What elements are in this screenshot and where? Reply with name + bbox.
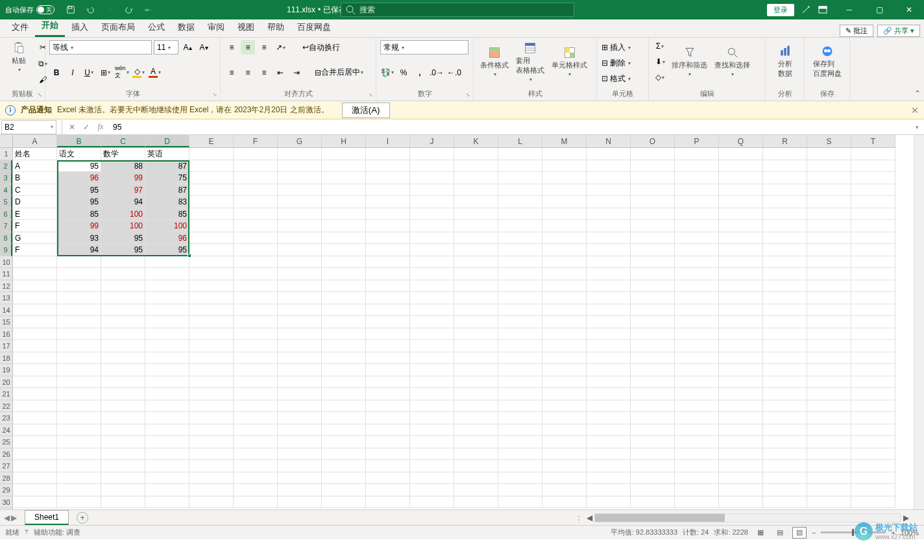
cell-O17[interactable] (631, 340, 675, 352)
cell-D5[interactable]: 83 (145, 196, 189, 208)
cell-N9[interactable] (587, 244, 631, 256)
cell-O18[interactable] (631, 352, 675, 365)
cell-K21[interactable] (454, 388, 498, 400)
cell-P13[interactable] (675, 292, 719, 304)
cell-N16[interactable] (587, 328, 631, 341)
cell-Q12[interactable] (719, 280, 763, 293)
cell-Q28[interactable] (719, 472, 763, 485)
autosum-icon[interactable]: Σ (653, 39, 667, 53)
col-header-F[interactable]: F (234, 135, 278, 147)
cell-F4[interactable] (234, 184, 278, 197)
cell-A2[interactable]: A (13, 160, 57, 173)
cell-F7[interactable] (234, 220, 278, 232)
cell-O10[interactable] (631, 256, 675, 269)
cell-J25[interactable] (410, 436, 454, 448)
cell-J17[interactable] (410, 340, 454, 352)
cell-N30[interactable] (587, 496, 631, 509)
cell-F22[interactable] (234, 400, 278, 413)
cell-H20[interactable] (322, 376, 366, 389)
cell-R17[interactable] (763, 340, 807, 352)
cell-S10[interactable] (807, 256, 851, 269)
cell-H15[interactable] (322, 316, 366, 328)
font-color-icon[interactable]: A (148, 66, 162, 80)
cell-B2[interactable]: 95 (57, 160, 101, 173)
cell-K19[interactable] (454, 364, 498, 376)
cell-I7[interactable] (366, 220, 410, 232)
row-header-12[interactable]: 12 (0, 280, 12, 293)
cell-F9[interactable] (234, 244, 278, 256)
cell-H30[interactable] (322, 496, 366, 509)
ribbon-display-icon[interactable] (818, 5, 828, 15)
cell-I15[interactable] (366, 316, 410, 328)
cell-R23[interactable] (763, 412, 807, 424)
cell-O7[interactable] (631, 220, 675, 232)
cell-O12[interactable] (631, 280, 675, 293)
cell-S1[interactable] (807, 148, 851, 160)
zoom-out-icon[interactable]: − (812, 529, 816, 537)
cell-T13[interactable] (851, 292, 895, 304)
cell-M8[interactable] (542, 232, 587, 245)
cell-I8[interactable] (366, 232, 410, 245)
cell-L7[interactable] (498, 220, 542, 232)
cell-S26[interactable] (807, 448, 851, 461)
cell-N26[interactable] (587, 448, 631, 461)
select-all-corner[interactable] (0, 135, 13, 148)
row-header-8[interactable]: 8 (0, 232, 12, 245)
col-header-L[interactable]: L (498, 135, 542, 147)
cell-B6[interactable]: 85 (57, 208, 101, 221)
cell-T4[interactable] (851, 184, 895, 197)
col-header-G[interactable]: G (278, 135, 322, 147)
tab-help[interactable]: 帮助 (261, 18, 291, 37)
cell-O8[interactable] (631, 232, 675, 245)
cell-C22[interactable] (101, 400, 145, 413)
cell-H7[interactable] (322, 220, 366, 232)
row-header-4[interactable]: 4 (0, 184, 12, 197)
cell-C8[interactable]: 95 (101, 232, 145, 245)
collapse-ribbon-icon[interactable]: ⌃ (911, 38, 924, 101)
cell-L20[interactable] (498, 376, 542, 389)
cell-G15[interactable] (278, 316, 322, 328)
cell-C12[interactable] (101, 280, 145, 293)
cell-L4[interactable] (498, 184, 542, 197)
cell-N19[interactable] (587, 364, 631, 376)
cell-C4[interactable]: 97 (101, 184, 145, 197)
cell-L9[interactable] (498, 244, 542, 256)
cell-R21[interactable] (763, 388, 807, 400)
cell-T9[interactable] (851, 244, 895, 256)
vertical-scrollbar[interactable] (914, 135, 924, 509)
cell-G14[interactable] (278, 304, 322, 317)
cell-T3[interactable] (851, 172, 895, 184)
cell-L8[interactable] (498, 232, 542, 245)
row-header-2[interactable]: 2 (0, 160, 12, 173)
cell-D19[interactable] (145, 364, 189, 376)
cell-J9[interactable] (410, 244, 454, 256)
cell-E12[interactable] (189, 280, 234, 293)
cell-D9[interactable]: 95 (145, 244, 189, 256)
cell-O11[interactable] (631, 268, 675, 280)
cell-P5[interactable] (675, 196, 719, 208)
cell-R15[interactable] (763, 316, 807, 328)
cell-R3[interactable] (763, 172, 807, 184)
paste-button[interactable]: 粘贴 (4, 40, 34, 74)
cell-G25[interactable] (278, 436, 322, 448)
cell-B1[interactable]: 语文 (57, 148, 101, 160)
font-name-combo[interactable]: 等线▾ (49, 40, 152, 55)
cell-D10[interactable] (145, 256, 189, 269)
cell-S9[interactable] (807, 244, 851, 256)
cell-A30[interactable] (13, 496, 57, 509)
cell-N14[interactable] (587, 304, 631, 317)
cell-B15[interactable] (57, 316, 101, 328)
cell-H12[interactable] (322, 280, 366, 293)
tab-file[interactable]: 文件 (5, 18, 35, 37)
cell-J7[interactable] (410, 220, 454, 232)
cell-F20[interactable] (234, 376, 278, 389)
cell-D20[interactable] (145, 376, 189, 389)
percent-icon[interactable]: % (396, 66, 411, 80)
align-right-icon[interactable]: ≡ (257, 66, 271, 80)
cell-H28[interactable] (322, 472, 366, 485)
cell-R30[interactable] (763, 496, 807, 509)
close-message-icon[interactable]: ✕ (911, 105, 919, 116)
cell-T10[interactable] (851, 256, 895, 269)
cell-A22[interactable] (13, 400, 57, 413)
cell-L19[interactable] (498, 364, 542, 376)
